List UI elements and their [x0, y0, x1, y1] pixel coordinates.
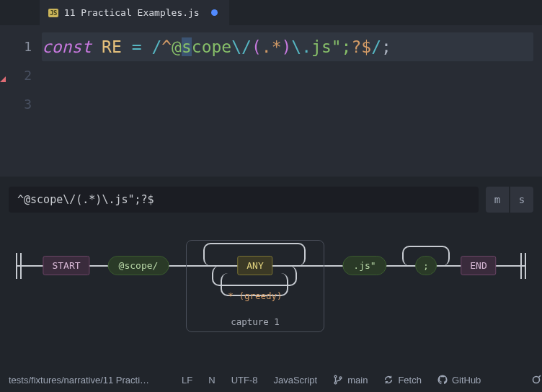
regex-pattern-input[interactable] — [9, 187, 479, 213]
node-literal-js: .js" — [342, 256, 386, 275]
status-branch-name: main — [347, 375, 368, 386]
status-fetch[interactable]: Fetch — [383, 375, 422, 386]
status-language[interactable]: JavaScript — [273, 375, 317, 386]
node-end: END — [461, 256, 496, 275]
line-number: 2 — [0, 61, 32, 90]
editor-tab[interactable]: JS 11 Practical Examples.js — [40, 0, 229, 25]
token-regex: /^@scope\/(.*)\.js";?$/ — [151, 37, 381, 56]
git-branch-icon — [333, 375, 343, 385]
regex-flags: m s — [486, 187, 533, 213]
status-fetch-label: Fetch — [398, 375, 422, 386]
flag-m-button[interactable]: m — [486, 187, 509, 213]
token-semicolon: ; — [381, 37, 391, 56]
status-line-endings[interactable]: LF — [182, 375, 192, 386]
rail-terminal-left-icon — [16, 253, 17, 279]
status-overflow[interactable] — [530, 374, 542, 386]
capture-label: capture 1 — [187, 316, 324, 327]
status-bar: tests/fixtures/narrative/11 Practi… LF N… — [0, 368, 542, 392]
line-gutter: 1 2 3 — [0, 25, 42, 177]
js-file-icon: JS — [48, 9, 58, 17]
status-github-label: GitHub — [452, 375, 481, 386]
github-icon — [437, 375, 448, 385]
token-operator: = — [132, 37, 142, 56]
tab-title: 11 Practical Examples.js — [64, 7, 200, 18]
status-filepath[interactable]: tests/fixtures/narrative/11 Practi… — [9, 375, 149, 386]
fold-marker-icon — [0, 76, 6, 82]
quantifier-label: * (greedy) — [228, 290, 282, 301]
node-any: ANY — [237, 256, 272, 275]
svg-point-0 — [334, 375, 337, 378]
flag-s-button[interactable]: s — [510, 187, 533, 213]
status-git-branch[interactable]: main — [333, 375, 368, 386]
sync-icon — [383, 375, 394, 385]
line-number: 3 — [0, 90, 32, 119]
tab-bar: JS 11 Practical Examples.js — [0, 0, 542, 25]
token-identifier: RE — [102, 37, 122, 56]
code-area[interactable]: const RE = /^@scope\/(.*)\.js";?$/; — [42, 25, 542, 177]
status-github[interactable]: GitHub — [437, 375, 481, 386]
link-icon — [530, 374, 542, 386]
node-start: START — [43, 256, 89, 275]
dirty-indicator-icon — [211, 9, 218, 16]
status-n[interactable]: N — [208, 375, 215, 386]
svg-point-2 — [339, 377, 342, 379]
code-editor[interactable]: 1 2 3 const RE = /^@scope\/(.*)\.js";?$/… — [0, 25, 542, 177]
token-keyword: const — [42, 37, 92, 56]
regex-railroad-diagram: START @scope/ capture 1 ANY * (greedy) .… — [9, 226, 533, 348]
line-number: 1 — [0, 32, 32, 61]
svg-point-1 — [334, 382, 337, 384]
node-literal-semi: ; — [415, 256, 437, 275]
node-literal-scope: @scope/ — [108, 256, 169, 275]
rail-terminal-right-icon — [525, 253, 526, 279]
code-line-1[interactable]: const RE = /^@scope\/(.*)\.js";?$/; — [42, 32, 542, 61]
status-encoding[interactable]: UTF-8 — [231, 375, 258, 386]
regex-panel: m s START @scope/ capture 1 ANY * (greed… — [0, 177, 542, 368]
